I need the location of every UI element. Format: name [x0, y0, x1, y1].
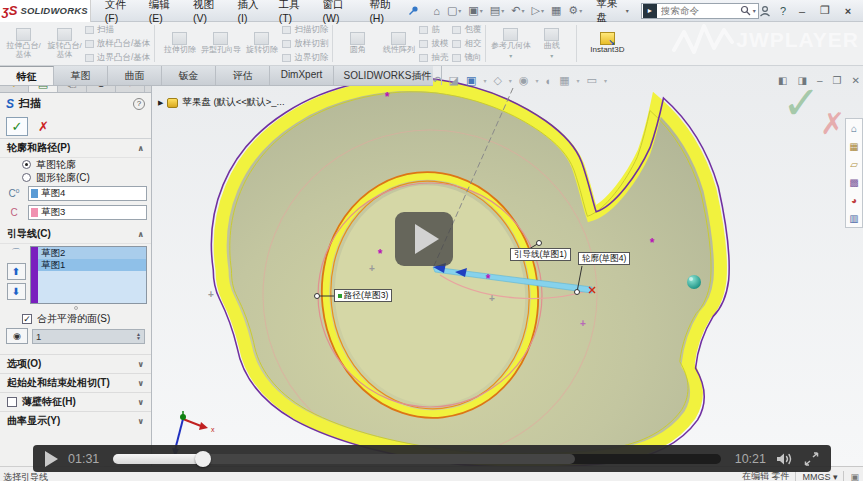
- design-library-icon[interactable]: ▦: [849, 141, 858, 152]
- feature-tree-flyout[interactable]: ▶ 苹果盘 (默认<<默认>_...: [158, 96, 285, 109]
- home-tab-icon[interactable]: ⌂: [851, 123, 857, 134]
- new-document-icon[interactable]: ▢▾: [447, 4, 461, 17]
- doc-restore-icon[interactable]: ❐: [832, 75, 841, 86]
- ok-button[interactable]: ✓: [6, 117, 28, 136]
- units-selector[interactable]: MMGS ▾: [802, 472, 837, 481]
- minimize-button[interactable]: –: [795, 5, 809, 17]
- loft-boss-button[interactable]: 放样凸台/基体: [85, 38, 150, 50]
- linear-pattern-button[interactable]: 线性阵列: [378, 32, 419, 55]
- close-button[interactable]: ×: [841, 5, 855, 17]
- apply-scene-icon[interactable]: ▦: [559, 74, 569, 87]
- hole-wizard-button[interactable]: 异型孔向导: [200, 32, 241, 55]
- tab-dimxpert[interactable]: DimXpert: [270, 66, 334, 85]
- rib-button[interactable]: 筋: [419, 24, 448, 36]
- revolve-cut-button[interactable]: 旋转切除: [241, 32, 282, 55]
- view-palette-icon[interactable]: ▩: [849, 177, 858, 188]
- extrude-boss-button[interactable]: 拉伸凸台/基体: [3, 28, 44, 59]
- draft-button[interactable]: 拔模: [419, 38, 448, 50]
- home-icon[interactable]: ⌂: [433, 5, 440, 17]
- display-style-icon[interactable]: ◇: [493, 74, 501, 87]
- doc-minimize-icon[interactable]: –: [817, 75, 823, 86]
- menu-window[interactable]: 窗口(W): [315, 0, 362, 27]
- expand-chevron-icon[interactable]: ∨: [138, 379, 145, 388]
- view-orientation-icon[interactable]: ▣: [466, 74, 476, 87]
- spinner-arrows-icon[interactable]: ▲▼: [136, 332, 141, 340]
- custom-properties-icon[interactable]: ▥: [849, 213, 858, 224]
- fullscreen-icon[interactable]: [804, 452, 819, 466]
- file-explorer-icon[interactable]: ▱: [850, 159, 858, 170]
- curves-button[interactable]: 曲线▾: [531, 28, 572, 59]
- hide-show-items-icon[interactable]: ◉: [519, 74, 529, 87]
- search-input[interactable]: [659, 4, 740, 17]
- radio-circular-profile[interactable]: 圆形轮廓(C): [0, 171, 151, 184]
- user-account-icon[interactable]: [759, 5, 771, 17]
- section-profile-path[interactable]: 轮廓和路径(P) ∧: [0, 139, 151, 158]
- checkbox-checked-icon[interactable]: ✓: [22, 314, 32, 324]
- doc-dock-left-icon[interactable]: ◧: [778, 75, 787, 86]
- options-gear-icon[interactable]: ⚙▾: [568, 4, 582, 17]
- document-title-dropdown-icon[interactable]: ▾: [626, 7, 629, 14]
- edit-appearance-icon[interactable]: ◐: [546, 75, 553, 87]
- search-magnifier-icon[interactable]: [740, 5, 751, 16]
- list-resize-grip[interactable]: [0, 304, 151, 311]
- section-view-icon[interactable]: ◪: [449, 74, 459, 87]
- menu-view[interactable]: 视图(V): [185, 0, 229, 27]
- section-thin-feature[interactable]: 薄壁特征(H)∨: [0, 392, 151, 411]
- guide-curves-list[interactable]: 草图2 草图1: [30, 246, 147, 304]
- tab-sheet-metal[interactable]: 钣金: [162, 66, 216, 85]
- menu-help[interactable]: 帮助(H): [361, 0, 406, 27]
- move-up-button[interactable]: ⬆: [7, 263, 26, 280]
- video-scrubber-knob[interactable]: [195, 451, 211, 467]
- confirm-cancel-icon[interactable]: ✗: [820, 106, 845, 141]
- pin-menu-icon[interactable]: [408, 2, 419, 20]
- menu-insert[interactable]: 插入(I): [230, 0, 271, 27]
- tab-features[interactable]: 特征: [0, 66, 54, 85]
- section-start-end-tangency[interactable]: 起始处和结束处相切(T)∨: [0, 373, 151, 392]
- collapse-chevron-icon[interactable]: ∧: [138, 144, 145, 153]
- appearances-icon[interactable]: ◕: [851, 195, 857, 206]
- rebuild-icon[interactable]: ▦: [551, 4, 561, 17]
- tab-sketch[interactable]: 草图: [54, 66, 108, 85]
- radio-sketch-profile[interactable]: 草图轮廓: [0, 158, 151, 171]
- section-guide-curves[interactable]: 引导线(C) ∧: [0, 225, 151, 244]
- extrude-cut-button[interactable]: 拉伸切除: [159, 32, 200, 55]
- doc-dock-right-icon[interactable]: ◨: [797, 75, 806, 86]
- intersect-button[interactable]: 相交: [452, 38, 481, 50]
- checkbox-unchecked-icon[interactable]: [7, 397, 17, 407]
- menu-file[interactable]: 文件(F): [97, 0, 141, 27]
- panel-help-icon[interactable]: ?: [133, 98, 145, 110]
- search-dropdown-icon[interactable]: ▾: [751, 7, 758, 14]
- volume-icon[interactable]: [776, 452, 794, 466]
- profile-field[interactable]: 草图4: [28, 186, 147, 201]
- video-play-overlay-button[interactable]: [395, 212, 453, 266]
- undo-icon[interactable]: ↶▾: [511, 4, 524, 17]
- expand-chevron-icon[interactable]: ∨: [138, 417, 145, 426]
- tab-evaluate[interactable]: 评估: [216, 66, 270, 85]
- collapse-chevron-icon[interactable]: ∧: [138, 230, 145, 239]
- section-options[interactable]: 选项(O)∨: [0, 354, 151, 373]
- tab-surfaces[interactable]: 曲面: [108, 66, 162, 85]
- guide-list-item[interactable]: 草图1: [38, 259, 146, 271]
- mirror-button[interactable]: 镜向: [452, 52, 481, 64]
- expand-chevron-icon[interactable]: ∨: [138, 398, 145, 407]
- wrap-button[interactable]: 包覆: [452, 24, 481, 36]
- show-sections-eye-icon[interactable]: ◉: [6, 328, 28, 344]
- section-number-spinner[interactable]: 1 ▲▼: [32, 329, 145, 344]
- select-icon[interactable]: ▷▾: [531, 4, 543, 17]
- radio-icon[interactable]: [22, 173, 31, 182]
- instant3d-button[interactable]: Instant3D: [581, 32, 633, 55]
- cancel-button[interactable]: ✗: [38, 119, 49, 134]
- status-grid-icon[interactable]: ▣: [850, 472, 859, 481]
- video-progress-bar[interactable]: [113, 454, 720, 464]
- video-play-button[interactable]: [45, 451, 58, 467]
- section-curvature-display[interactable]: 曲率显示(Y)∨: [0, 411, 151, 430]
- radio-selected-icon[interactable]: [22, 160, 31, 169]
- move-down-button[interactable]: ⬇: [7, 283, 26, 300]
- help-icon[interactable]: ?: [780, 5, 786, 17]
- command-search[interactable]: ▸ ▾: [641, 3, 759, 19]
- print-icon[interactable]: ▤▾: [490, 4, 504, 17]
- tab-solidworks-addins[interactable]: SOLIDWORKS插件: [334, 66, 442, 85]
- doc-close-icon[interactable]: ✕: [851, 75, 859, 86]
- boundary-boss-button[interactable]: 边界凸台/基体: [85, 52, 150, 64]
- menu-tools[interactable]: 工具(T): [271, 0, 315, 27]
